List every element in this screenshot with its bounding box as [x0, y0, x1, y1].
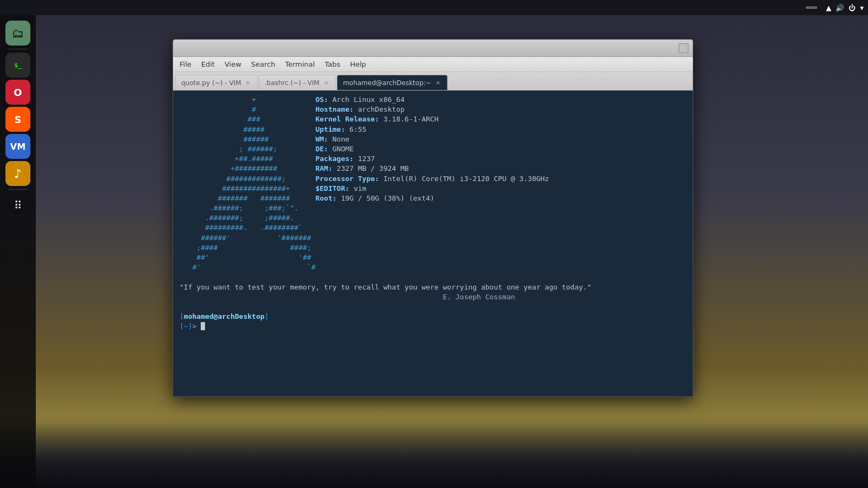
- menu-terminal[interactable]: Terminal: [280, 59, 319, 69]
- menu-help[interactable]: Help: [346, 59, 371, 69]
- dock-item-vmware[interactable]: VM: [5, 134, 30, 159]
- menu-edit[interactable]: Edit: [197, 59, 219, 69]
- power-icon[interactable]: ⏻: [848, 4, 856, 12]
- workspace-badge[interactable]: [806, 7, 817, 9]
- dock-separator: [8, 49, 28, 49]
- tab-1-close[interactable]: ×: [244, 79, 251, 87]
- dock-item-terminal[interactable]: $_: [5, 53, 30, 78]
- tab-bar: quote.py (~) - VIM × .bashrc (~) - VIM ×…: [173, 72, 693, 91]
- dock: 🗂 $_ O S VM ♪ ⠿: [0, 15, 36, 488]
- tab-1-label: quote.py (~) - VIM: [181, 79, 241, 87]
- dock-item-scratch[interactable]: S: [5, 107, 30, 132]
- tab-2[interactable]: .bashrc (~) - VIM ×: [259, 75, 336, 90]
- dock-item-appgrid[interactable]: ⠿: [5, 193, 30, 218]
- tab-1[interactable]: quote.py (~) - VIM ×: [175, 75, 258, 90]
- wifi-icon: ▲: [826, 4, 831, 12]
- menu-search[interactable]: Search: [247, 59, 280, 69]
- dock-item-files[interactable]: 🗂: [5, 21, 30, 46]
- menu-bar: File Edit View Search Terminal Tabs Help: [173, 57, 693, 72]
- topbar: ▲ 🔊 ⏻ ▾: [0, 0, 868, 15]
- tab-3[interactable]: mohamed@archDesktop:~ ×: [337, 75, 448, 90]
- dock-item-music[interactable]: ♪: [5, 161, 30, 186]
- dock-item-opera[interactable]: O: [5, 80, 30, 105]
- menu-tabs[interactable]: Tabs: [320, 59, 344, 69]
- topbar-right-area: ▲ 🔊 ⏻ ▾: [806, 4, 868, 12]
- terminal-menu[interactable]: [13, 0, 24, 15]
- terminal-window: File Edit View Search Terminal Tabs Help…: [173, 39, 693, 397]
- mountain-overlay: [0, 423, 868, 488]
- window-close-button[interactable]: [679, 43, 688, 53]
- tab-3-close[interactable]: ×: [435, 79, 442, 87]
- activities-button[interactable]: [0, 0, 13, 15]
- dock-separator-2: [8, 189, 28, 190]
- tab-2-label: .bashrc (~) - VIM: [265, 79, 320, 87]
- power-chevron[interactable]: ▾: [860, 4, 864, 12]
- terminal-content[interactable]: + OS: Arch Linux x86_64 # Hostname: arch…: [173, 91, 693, 396]
- tab-2-close[interactable]: ×: [323, 79, 330, 87]
- menu-file[interactable]: File: [175, 59, 196, 69]
- volume-icon: 🔊: [835, 4, 844, 12]
- title-bar: [173, 40, 693, 57]
- tab-3-label: mohamed@archDesktop:~: [343, 79, 431, 87]
- menu-view[interactable]: View: [220, 59, 246, 69]
